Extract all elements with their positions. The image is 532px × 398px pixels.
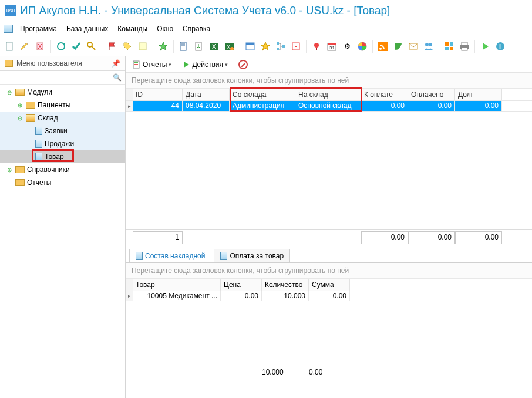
tree-label: Модули <box>27 88 52 96</box>
toolbar-separator <box>240 40 240 53</box>
dcol-sum[interactable]: Сумма <box>309 279 350 291</box>
tb-excel2-icon[interactable]: X <box>223 40 236 53</box>
svg-point-27 <box>429 43 432 46</box>
tree-dictionaries[interactable]: ⊕ Справочники <box>0 163 125 176</box>
expand-icon[interactable]: ⊕ <box>16 102 23 109</box>
detail-group-hint: Перетащите сюда заголовок колонки, чтобы… <box>126 263 532 279</box>
toolbar-separator <box>372 40 373 53</box>
search-icon[interactable]: 🔍 <box>113 73 122 82</box>
tb-play-icon[interactable] <box>479 40 491 53</box>
tb-edit-icon[interactable] <box>19 40 32 53</box>
toolbar-separator <box>306 40 307 53</box>
reports-button[interactable]: Отчеты ▾ <box>129 59 175 70</box>
tb-excel-icon[interactable]: X <box>208 40 221 53</box>
actions-button[interactable]: Действия ▾ <box>179 59 231 70</box>
menu-icon <box>4 25 13 33</box>
top-grid-row[interactable]: ▸ 44 08.04.2020 Администрация Основной с… <box>126 101 532 112</box>
svg-rect-31 <box>450 47 453 50</box>
tb-color-icon[interactable] <box>356 40 369 53</box>
menu-help[interactable]: Справка <box>179 23 214 35</box>
search-input[interactable] <box>4 73 113 82</box>
col-from[interactable]: Со склада <box>230 89 295 100</box>
svg-rect-29 <box>450 42 453 46</box>
pin-icon[interactable]: 📌 <box>112 59 120 68</box>
toolbar-separator <box>153 40 153 53</box>
detail-grid-row[interactable]: ▸ 10005 Медикамент ... 0.00 10.000 0.00 <box>126 291 532 301</box>
menu-commands[interactable]: Команды <box>113 23 151 35</box>
chevron-down-icon: ▾ <box>169 62 171 68</box>
tb-filter-icon[interactable] <box>289 40 302 53</box>
collapse-icon[interactable]: ⊖ <box>16 114 23 122</box>
tb-print-icon[interactable] <box>458 40 471 53</box>
svg-point-24 <box>379 48 382 50</box>
tree-modules[interactable]: ⊖ Модули <box>0 86 125 99</box>
col-id[interactable]: ID <box>133 89 183 100</box>
svg-rect-5 <box>180 42 186 50</box>
svg-point-3 <box>87 42 92 47</box>
tb-gear-icon[interactable]: ⚙ <box>341 40 353 53</box>
tb-note-icon[interactable] <box>136 40 149 53</box>
footer-paid: 0.00 <box>408 231 455 244</box>
tb-rss-icon[interactable] <box>376 40 389 53</box>
col-date[interactable]: Дата <box>183 89 230 100</box>
col-paid[interactable]: Оплачено <box>408 89 455 100</box>
tab-payment[interactable]: Оплата за товар <box>214 249 290 262</box>
col-to[interactable]: На склад <box>295 89 361 100</box>
tb-calendar-icon[interactable]: 31 <box>325 40 338 53</box>
collapse-icon[interactable]: ⊖ <box>6 89 13 96</box>
folder-icon <box>26 102 35 109</box>
tree-requests[interactable]: Заявки <box>0 124 125 137</box>
tb-info-icon[interactable]: i <box>494 40 507 53</box>
sidebar: Меню пользователя 📌 🔍 ⊖ Модули ⊕ Пациент… <box>0 56 126 398</box>
dcell-price: 0.00 <box>221 291 262 301</box>
dcol-qty[interactable]: Количество <box>262 279 309 291</box>
doc-icon <box>35 140 42 148</box>
folder-icon <box>15 179 25 186</box>
tb-refresh-icon[interactable] <box>55 40 68 53</box>
toolbar-separator <box>102 40 102 53</box>
tb-new-icon[interactable] <box>4 40 16 53</box>
tb-window-icon[interactable] <box>244 40 257 53</box>
menu-database[interactable]: База данных <box>62 23 112 35</box>
tb-phone-icon[interactable] <box>392 40 405 53</box>
window-title: ИП Акулов Н.Н. - Универсальная Система У… <box>20 4 390 17</box>
tree-goods[interactable]: Товар <box>0 150 125 163</box>
tb-export-doc-icon[interactable] <box>177 40 190 53</box>
tree-reports[interactable]: Отчеты <box>0 176 125 189</box>
tb-tree-icon[interactable] <box>274 40 287 53</box>
tb-tag-icon[interactable] <box>121 40 134 53</box>
tb-pin-icon[interactable] <box>310 40 323 53</box>
stop-button[interactable] <box>235 59 251 70</box>
tree-label: Товар <box>45 153 64 161</box>
col-debt[interactable]: Долг <box>455 89 502 100</box>
folder-open-icon <box>26 114 35 122</box>
tb-doc-down-icon[interactable] <box>193 40 206 53</box>
tb-mail-icon[interactable] <box>407 40 420 53</box>
tree-patients[interactable]: ⊕ Пациенты <box>0 99 125 112</box>
svg-rect-15 <box>277 48 279 50</box>
tb-key-icon[interactable] <box>85 40 98 53</box>
tree-warehouse[interactable]: ⊖ Склад <box>0 112 125 124</box>
tb-flag-icon[interactable] <box>106 40 119 53</box>
expand-icon[interactable]: ⊕ <box>6 166 13 173</box>
tb-users-icon[interactable] <box>422 40 435 53</box>
tb-favorite-icon[interactable] <box>259 40 272 53</box>
sidebar-search[interactable]: 🔍 <box>0 71 125 85</box>
tab-contents[interactable]: Состав накладной <box>129 249 211 262</box>
tree-sales[interactable]: Продажи <box>0 137 125 150</box>
cell-pay: 0.00 <box>361 101 408 111</box>
main-toolbar: X X 31 ⚙ i <box>0 36 532 56</box>
tree-label: Продажи <box>45 140 74 148</box>
title-bar: usu ИП Акулов Н.Н. - Универсальная Систе… <box>0 0 532 21</box>
tb-check-icon[interactable] <box>70 40 83 53</box>
dcol-name[interactable]: Товар <box>133 279 221 291</box>
menu-window[interactable]: Окно <box>153 23 177 35</box>
tb-delete-icon[interactable] <box>34 40 47 53</box>
tb-star-icon[interactable] <box>157 40 170 53</box>
svg-rect-0 <box>6 42 12 50</box>
menu-program[interactable]: Программа <box>16 23 61 35</box>
tb-layout-icon[interactable] <box>443 40 456 53</box>
svg-rect-13 <box>246 43 254 45</box>
dcol-price[interactable]: Цена <box>221 279 262 291</box>
col-pay[interactable]: К оплате <box>361 89 408 100</box>
